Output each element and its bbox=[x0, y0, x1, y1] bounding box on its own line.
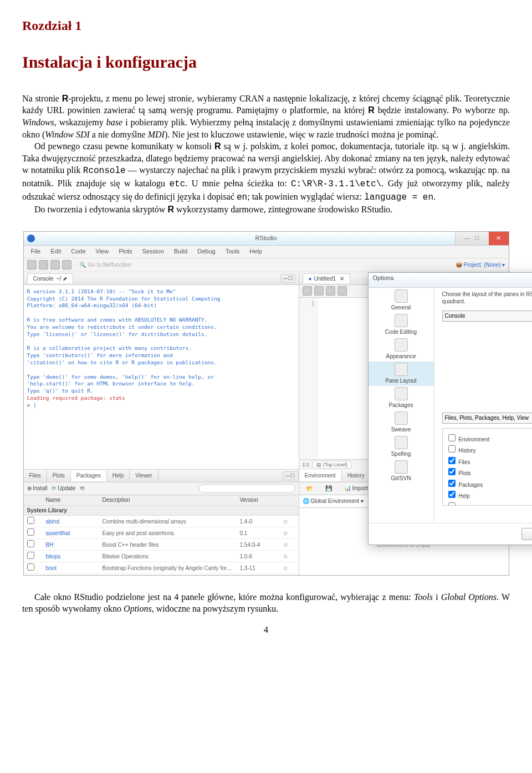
options-nav-item[interactable]: Code Editing bbox=[369, 313, 434, 337]
check-option[interactable]: Packages bbox=[446, 478, 533, 489]
options-nav-item[interactable]: Packages bbox=[369, 386, 434, 410]
options-hint: Choose the layout of the panes in RStudi… bbox=[442, 291, 533, 305]
check-option[interactable]: Plots bbox=[446, 466, 533, 477]
check-option[interactable]: Help bbox=[446, 489, 533, 500]
options-nav-item[interactable]: Spelling bbox=[369, 435, 434, 459]
nav-icon bbox=[395, 363, 408, 376]
menu-debug[interactable]: Debug bbox=[193, 246, 219, 257]
pkg-desc: Easy pre and post assertions. bbox=[99, 530, 237, 537]
table-row: assertthatEasy pre and post assertions.0… bbox=[24, 527, 299, 539]
menu-build[interactable]: Build bbox=[170, 246, 191, 257]
tab-packages[interactable]: Packages bbox=[71, 470, 107, 481]
remove-icon[interactable]: ⊘ bbox=[280, 530, 299, 537]
chapter-label: Rozdział 1 bbox=[22, 17, 510, 34]
save-icon[interactable] bbox=[50, 260, 60, 269]
menubar: File Edit Code View Plots Session Build … bbox=[24, 246, 509, 258]
menu-view[interactable]: View bbox=[92, 246, 113, 257]
nav-icon bbox=[395, 387, 408, 400]
pkg-name[interactable]: bitops bbox=[43, 553, 99, 561]
print-icon[interactable] bbox=[62, 260, 71, 269]
wand-icon[interactable] bbox=[337, 286, 347, 296]
packages-toolbar: ⊕ Install ⟳ Update ⟲ bbox=[24, 482, 299, 495]
options-nav-item[interactable]: Sweave bbox=[369, 410, 434, 435]
pkg-checkbox[interactable] bbox=[27, 540, 34, 547]
options-nav-item[interactable]: Git/SVN bbox=[369, 459, 434, 484]
tab-plots[interactable]: Plots bbox=[47, 470, 71, 481]
new-file-icon[interactable] bbox=[27, 260, 37, 269]
packages-search[interactable] bbox=[199, 484, 295, 493]
nav-icon bbox=[395, 460, 408, 474]
table-row: BradleyTerry2Bradley-Terry Models1.0-5⊘ bbox=[24, 574, 299, 575]
update-button[interactable]: ⟳ Update bbox=[52, 485, 75, 492]
ok-button[interactable]: OK bbox=[521, 528, 533, 540]
pkg-name[interactable]: assertthat bbox=[43, 530, 99, 537]
console-output[interactable]: R version 3.1.1 (2014-07-10) -- "Sock it… bbox=[24, 285, 299, 469]
dialog-footer: OK Cancel Apply bbox=[369, 523, 533, 545]
checks-bottom-left: Environment History Files Plots Packages… bbox=[442, 428, 533, 506]
pane-collapse-icon[interactable]: —☐ bbox=[283, 471, 299, 480]
check-option[interactable]: Build bbox=[446, 501, 533, 506]
tab-history[interactable]: History bbox=[342, 470, 371, 481]
menu-plots[interactable]: Plots bbox=[115, 246, 136, 257]
menu-edit[interactable]: Edit bbox=[47, 246, 65, 257]
save-icon[interactable] bbox=[314, 286, 324, 296]
open-file-icon[interactable] bbox=[39, 260, 48, 269]
table-row: BHBoost C++ header files1.54.0-4⊘ bbox=[24, 539, 299, 551]
pkg-checkbox[interactable] bbox=[27, 552, 34, 559]
menu-file[interactable]: File bbox=[27, 246, 45, 257]
main-toolbar: 🔍 Go to file/function 📦 Project: (None) … bbox=[24, 258, 509, 272]
close-button[interactable]: ✕ bbox=[489, 232, 509, 245]
remove-icon[interactable]: ⊘ bbox=[280, 553, 299, 561]
quad-top-left-select[interactable]: Console bbox=[442, 311, 533, 322]
project-menu[interactable]: 📦 Project: (None) ▾ bbox=[456, 261, 505, 269]
paragraph-4: Całe okno RStudio podzielone jest na 4 p… bbox=[22, 591, 510, 615]
pkg-checkbox[interactable] bbox=[27, 517, 34, 524]
check-option[interactable]: Environment bbox=[446, 433, 533, 444]
menu-code[interactable]: Code bbox=[67, 246, 89, 257]
find-icon[interactable] bbox=[326, 286, 335, 296]
options-nav-item[interactable]: Appearance bbox=[369, 337, 434, 362]
check-option[interactable]: Files bbox=[446, 455, 533, 466]
console-tab[interactable]: Console ~/ ⬈ bbox=[27, 273, 74, 284]
pkg-name[interactable]: abind bbox=[43, 518, 99, 526]
menu-tools[interactable]: Tools bbox=[222, 246, 244, 257]
tab-help[interactable]: Help bbox=[107, 470, 130, 481]
table-row: abindCombine multi-dimensional arrays1.4… bbox=[24, 516, 299, 527]
check-option[interactable]: History bbox=[446, 444, 533, 455]
pkg-version: 1.0-6 bbox=[237, 553, 280, 561]
source-file-tab[interactable]: ● Untitled1 ✕ bbox=[303, 273, 350, 284]
col-name: Name bbox=[43, 495, 99, 505]
refresh-icon[interactable]: ⟲ bbox=[80, 485, 84, 492]
table-row: bitopsBitwise Operations1.0-6⊘ bbox=[24, 551, 299, 562]
install-button[interactable]: ⊕ Install bbox=[27, 485, 48, 492]
pane-collapse-icon[interactable]: —☐ bbox=[280, 274, 295, 283]
nav-icon bbox=[395, 314, 408, 327]
minimize-maximize-buttons[interactable]: — ☐ bbox=[455, 232, 489, 245]
popout-icon[interactable] bbox=[303, 286, 312, 296]
tab-files[interactable]: Files bbox=[24, 470, 47, 481]
menu-session[interactable]: Session bbox=[139, 246, 168, 257]
pkg-name[interactable]: boot bbox=[43, 565, 99, 572]
pkg-checkbox[interactable] bbox=[27, 563, 34, 571]
remove-icon[interactable]: ⊘ bbox=[280, 541, 299, 549]
scope-selector[interactable]: 🌐 Global Environment ▾ bbox=[303, 497, 364, 505]
tab-viewer[interactable]: Viewer bbox=[130, 470, 158, 481]
load-workspace-icon[interactable]: 📂 bbox=[303, 484, 317, 494]
quad-bottom-left-select[interactable]: Files, Plots, Packages, Help, View bbox=[442, 413, 533, 424]
col-description: Description bbox=[99, 495, 237, 505]
save-workspace-icon[interactable]: 💾 bbox=[321, 484, 336, 494]
options-nav-item[interactable]: Pane Layout bbox=[369, 362, 434, 386]
console-header: Console ~/ ⬈ —☐ bbox=[24, 272, 299, 285]
pkg-name[interactable]: BH bbox=[43, 541, 99, 549]
tab-environment[interactable]: Environment bbox=[299, 470, 342, 481]
nav-icon bbox=[395, 411, 408, 425]
pkg-desc: Combine multi-dimensional arrays bbox=[99, 518, 237, 526]
options-nav-item[interactable]: General bbox=[369, 288, 434, 313]
menu-help[interactable]: Help bbox=[245, 246, 266, 257]
remove-icon[interactable]: ⊘ bbox=[280, 565, 299, 572]
goto-file-function[interactable]: 🔍 Go to file/function bbox=[79, 261, 505, 269]
group-system-library: System Library bbox=[24, 506, 299, 516]
remove-icon[interactable]: ⊘ bbox=[280, 518, 299, 526]
pkg-checkbox[interactable] bbox=[27, 528, 34, 536]
pkg-version: 1.3-11 bbox=[237, 565, 280, 572]
